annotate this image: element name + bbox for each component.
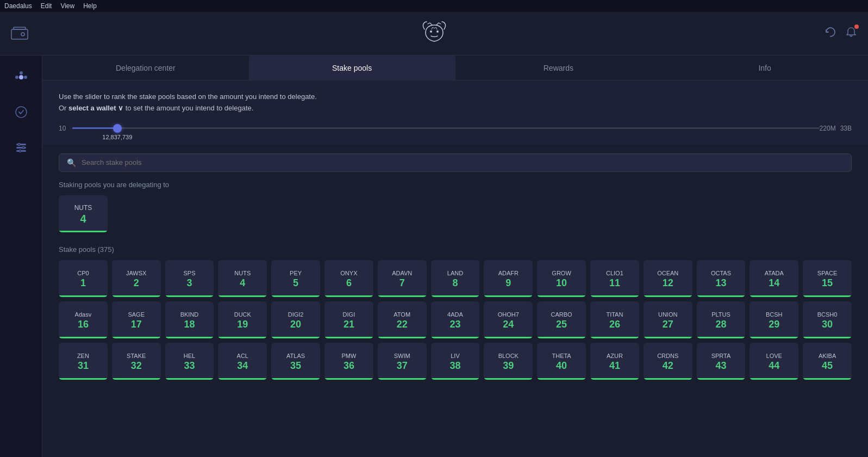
pool-card-pmw[interactable]: PMW 36 bbox=[324, 343, 373, 380]
pool-card-cp0[interactable]: CP0 1 bbox=[59, 260, 108, 297]
pool-rank: 10 bbox=[556, 277, 567, 289]
pool-card-theta[interactable]: THETA 40 bbox=[537, 343, 586, 380]
pool-name: JAWSX bbox=[126, 270, 147, 276]
pool-card-digi2[interactable]: DIGI2 20 bbox=[271, 301, 320, 338]
sidebar-item-loading[interactable] bbox=[10, 66, 32, 88]
pool-name: 4ADA bbox=[447, 311, 463, 318]
pool-bar bbox=[484, 295, 533, 297]
pool-rank: 25 bbox=[556, 319, 567, 330]
delegating-pool-bar bbox=[59, 231, 108, 232]
pool-card-sage[interactable]: SAGE 17 bbox=[112, 301, 161, 338]
pool-rank: 38 bbox=[449, 360, 460, 372]
pool-card-block[interactable]: BLOCK 39 bbox=[484, 343, 533, 380]
svg-point-2 bbox=[21, 33, 24, 36]
pool-bar bbox=[750, 337, 798, 338]
select-wallet-link[interactable]: select a wallet ∨ bbox=[68, 104, 123, 112]
pool-card-atlas[interactable]: ATLAS 35 bbox=[271, 343, 320, 380]
pool-bar bbox=[431, 337, 480, 338]
pool-rank: 45 bbox=[822, 360, 833, 372]
pool-card-atada[interactable]: ATADA 14 bbox=[750, 260, 798, 297]
pool-card-union[interactable]: UNION 27 bbox=[644, 301, 692, 338]
pool-card-duck[interactable]: DUCK 19 bbox=[218, 301, 267, 338]
pool-card-liv[interactable]: LIV 38 bbox=[431, 343, 480, 380]
pool-card-onyx[interactable]: ONYX 6 bbox=[324, 260, 373, 297]
pool-card-atom[interactable]: ATOM 22 bbox=[378, 301, 427, 338]
menubar: Daedalus Edit View Help bbox=[0, 0, 868, 12]
pool-card-4ada[interactable]: 4ADA 23 bbox=[431, 301, 480, 338]
pool-rank: 13 bbox=[715, 277, 726, 289]
pool-card-zen[interactable]: ZEN 31 bbox=[59, 343, 108, 380]
sidebar-item-stake[interactable] bbox=[10, 101, 32, 123]
pool-card-adasv[interactable]: Adasv 16 bbox=[59, 301, 108, 338]
pool-card-clio1[interactable]: CLIO1 11 bbox=[590, 260, 639, 297]
pool-card-ohoh7[interactable]: OHOH7 24 bbox=[484, 301, 533, 338]
menu-daedalus[interactable]: Daedalus bbox=[4, 2, 32, 10]
menu-help[interactable]: Help bbox=[83, 2, 97, 10]
tab-stake-pools[interactable]: Stake pools bbox=[249, 55, 455, 80]
notification-icon[interactable] bbox=[845, 26, 857, 41]
pool-card-akiba[interactable]: AKIBA 45 bbox=[803, 343, 852, 380]
svg-point-8 bbox=[20, 71, 23, 75]
pool-card-bcsh[interactable]: BCSH 29 bbox=[750, 301, 798, 338]
pool-bar bbox=[803, 295, 852, 297]
sidebar-item-settings[interactable] bbox=[10, 136, 32, 158]
search-input[interactable] bbox=[82, 158, 844, 166]
pool-card-pltus[interactable]: PLTUS 28 bbox=[697, 301, 746, 338]
pool-row-1: CP0 1 JAWSX 2 SPS 3 NUTS 4 PEY 5 ONYX 6 … bbox=[59, 260, 852, 297]
wallet-button[interactable] bbox=[11, 25, 43, 42]
pool-card-ocean[interactable]: OCEAN 12 bbox=[644, 260, 692, 297]
pool-bar bbox=[59, 378, 108, 380]
menu-edit[interactable]: Edit bbox=[41, 2, 52, 10]
pool-rank: 3 bbox=[186, 277, 192, 289]
tab-delegation-center[interactable]: Delegation center bbox=[42, 55, 249, 80]
pool-card-adafr[interactable]: ADAFR 9 bbox=[484, 260, 533, 297]
search-box: 🔍 bbox=[59, 153, 852, 172]
pool-card-titan[interactable]: TITAN 26 bbox=[590, 301, 639, 338]
pool-card-hel[interactable]: HEL 33 bbox=[165, 343, 214, 380]
delegating-pool-nuts[interactable]: NUTS 4 bbox=[59, 195, 108, 232]
pool-name: SWIM bbox=[394, 353, 410, 359]
pool-grid: CP0 1 JAWSX 2 SPS 3 NUTS 4 PEY 5 ONYX 6 … bbox=[59, 260, 852, 380]
tab-info[interactable]: Info bbox=[661, 55, 868, 80]
pool-name: CARBO bbox=[551, 311, 572, 318]
pool-name: DIGI2 bbox=[288, 311, 304, 318]
pool-card-azur[interactable]: AZUR 41 bbox=[590, 343, 639, 380]
pool-card-sps[interactable]: SPS 3 bbox=[165, 260, 214, 297]
svg-point-4 bbox=[436, 30, 439, 33]
pool-card-swim[interactable]: SWIM 37 bbox=[378, 343, 427, 380]
sync-icon[interactable] bbox=[825, 26, 836, 41]
pool-rank: 6 bbox=[346, 277, 352, 289]
pool-card-pey[interactable]: PEY 5 bbox=[271, 260, 320, 297]
pool-rank: 4 bbox=[240, 277, 245, 289]
pool-card-carbo[interactable]: CARBO 25 bbox=[537, 301, 586, 338]
pool-card-love[interactable]: LOVE 44 bbox=[750, 343, 798, 380]
pool-card-bkind[interactable]: BKIND 18 bbox=[165, 301, 214, 338]
pool-card-bcsh0[interactable]: BCSH0 30 bbox=[803, 301, 852, 338]
pool-card-space[interactable]: SPACE 15 bbox=[803, 260, 852, 297]
pool-card-land[interactable]: LAND 8 bbox=[431, 260, 480, 297]
pool-name: OHOH7 bbox=[498, 311, 519, 318]
pool-card-octas[interactable]: OCTAS 13 bbox=[697, 260, 746, 297]
pool-card-digi[interactable]: DIGI 21 bbox=[324, 301, 373, 338]
pool-name: GROW bbox=[552, 270, 571, 276]
pool-name: DIGI bbox=[343, 311, 355, 318]
delegating-pool-rank: 4 bbox=[80, 213, 86, 225]
menu-view[interactable]: View bbox=[60, 2, 74, 10]
pool-card-sprta[interactable]: SPRTA 43 bbox=[697, 343, 746, 380]
tab-rewards[interactable]: Rewards bbox=[455, 55, 662, 80]
pool-rank: 32 bbox=[131, 360, 142, 372]
pool-bar bbox=[218, 337, 267, 338]
pool-rank: 37 bbox=[397, 360, 408, 372]
pool-name: ACL bbox=[237, 353, 248, 359]
pool-bar bbox=[484, 378, 533, 380]
pool-card-jawsx[interactable]: JAWSX 2 bbox=[112, 260, 161, 297]
svg-point-9 bbox=[16, 107, 27, 118]
pool-card-grow[interactable]: GROW 10 bbox=[537, 260, 586, 297]
pool-name: UNION bbox=[658, 311, 677, 318]
pool-card-stake[interactable]: STAKE 32 bbox=[112, 343, 161, 380]
pool-card-nuts[interactable]: NUTS 4 bbox=[218, 260, 267, 297]
pool-card-acl[interactable]: ACL 34 bbox=[218, 343, 267, 380]
pool-card-crdns[interactable]: CRDNS 42 bbox=[644, 343, 692, 380]
pool-card-adavn[interactable]: ADAVN 7 bbox=[378, 260, 427, 297]
pool-bar bbox=[697, 378, 746, 380]
